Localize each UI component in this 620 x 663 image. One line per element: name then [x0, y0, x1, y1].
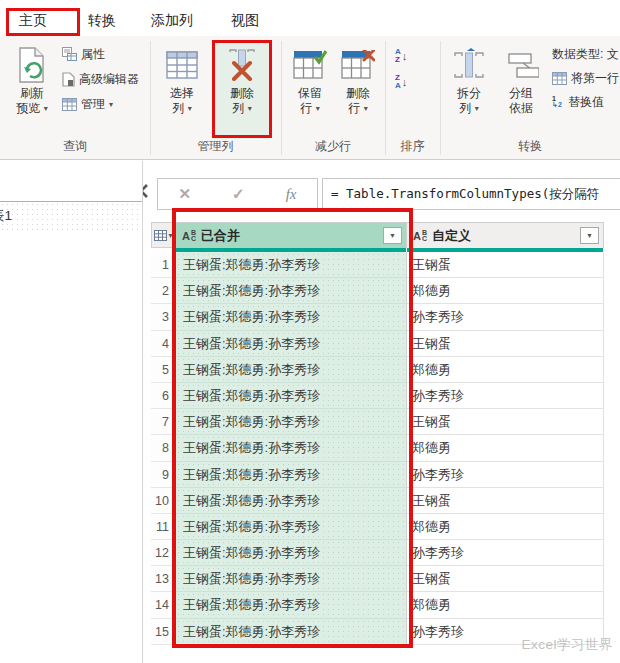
- row-number[interactable]: 13: [151, 566, 176, 592]
- split-column-line2: 列: [459, 101, 471, 115]
- row-number[interactable]: 9: [151, 462, 176, 488]
- properties-button[interactable]: 属性: [62, 44, 105, 64]
- table-row: 13王钢蛋:郑德勇:孙李秀珍王钢蛋: [151, 566, 604, 592]
- sort-ascending-button[interactable]: A Z ↓: [395, 46, 407, 66]
- remove-columns-line2: 列: [232, 101, 244, 115]
- cell-custom[interactable]: 郑德勇: [407, 514, 604, 540]
- split-column-button[interactable]: 拆分 列 ▾: [446, 41, 492, 139]
- remove-columns-button[interactable]: 删除 列 ▾: [214, 41, 270, 139]
- row-number[interactable]: 3: [151, 304, 176, 330]
- cell-custom[interactable]: 孙李秀珍: [407, 383, 604, 409]
- keep-rows-button[interactable]: 保留 行 ▾: [288, 41, 332, 139]
- cell-merged[interactable]: 王钢蛋:郑德勇:孙李秀珍: [176, 592, 407, 618]
- cell-merged[interactable]: 王钢蛋:郑德勇:孙李秀珍: [176, 331, 407, 357]
- commit-formula-button[interactable]: ✓: [232, 185, 245, 203]
- filter-dropdown-button[interactable]: ▼: [580, 227, 599, 244]
- use-first-row-label: 将第一行: [571, 70, 619, 87]
- cell-merged[interactable]: 王钢蛋:郑德勇:孙李秀珍: [176, 488, 407, 514]
- row-number[interactable]: 12: [151, 540, 176, 566]
- cell-merged[interactable]: 王钢蛋:郑德勇:孙李秀珍: [176, 540, 407, 566]
- cell-custom[interactable]: 王钢蛋: [407, 252, 604, 278]
- advanced-editor-button[interactable]: 高级编辑器: [62, 69, 139, 89]
- table-row: 14王钢蛋:郑德勇:孙李秀珍郑德勇: [151, 592, 604, 618]
- tab-view[interactable]: 视图: [231, 12, 259, 30]
- cell-custom[interactable]: 王钢蛋: [407, 409, 604, 435]
- table-row: 10王钢蛋:郑德勇:孙李秀珍王钢蛋: [151, 488, 604, 514]
- select-all-corner-button[interactable]: ▾: [151, 222, 176, 248]
- cancel-formula-button[interactable]: ✕: [179, 185, 192, 203]
- table-row: 7王钢蛋:郑德勇:孙李秀珍王钢蛋: [151, 409, 604, 435]
- ribbon-tab-bar: 主页 转换 添加列 视图: [0, 0, 620, 36]
- chevron-down-icon: ▾: [316, 104, 320, 113]
- cell-custom[interactable]: 郑德勇: [407, 357, 604, 383]
- query-list-item-selected[interactable]: 表1: [0, 201, 143, 230]
- cell-merged[interactable]: 王钢蛋:郑德勇:孙李秀珍: [176, 514, 407, 540]
- choose-columns-line1: 选择: [170, 86, 194, 100]
- split-column-icon: [453, 44, 485, 86]
- replace-values-label: 替换值: [568, 94, 604, 111]
- row-number[interactable]: 2: [151, 278, 176, 304]
- cell-custom[interactable]: 郑德勇: [407, 435, 604, 461]
- row-number[interactable]: 14: [151, 592, 176, 618]
- cell-custom[interactable]: 孙李秀珍: [407, 304, 604, 330]
- grid-header-row: ▾ A BC 已合并 ▼ A BC 自定义 ▼: [151, 222, 604, 248]
- power-query-editor-window: 主页 转换 添加列 视图 刷新 预览 ▾: [0, 0, 620, 663]
- cell-merged[interactable]: 王钢蛋:郑德勇:孙李秀珍: [176, 383, 407, 409]
- sort-descending-button[interactable]: Z A ↓: [395, 72, 407, 92]
- group-label-transform: 转换: [440, 138, 620, 155]
- data-type-button[interactable]: 数据类型: 文: [552, 44, 619, 64]
- row-number[interactable]: 1: [151, 252, 176, 278]
- row-number[interactable]: 11: [151, 514, 176, 540]
- cell-custom[interactable]: 王钢蛋: [407, 488, 604, 514]
- filter-dropdown-button[interactable]: ▼: [383, 227, 402, 244]
- refresh-preview-button[interactable]: 刷新 预览 ▾: [8, 41, 56, 139]
- ribbon: 刷新 预览 ▾ 属性 高级编辑器: [0, 36, 620, 160]
- cell-custom[interactable]: 郑德勇: [407, 278, 604, 304]
- cell-custom[interactable]: 王钢蛋: [407, 566, 604, 592]
- column-header-merged[interactable]: A BC 已合并 ▼: [176, 222, 407, 248]
- queries-pane: 表1: [0, 161, 143, 663]
- cell-merged[interactable]: 王钢蛋:郑德勇:孙李秀珍: [176, 435, 407, 461]
- cell-merged[interactable]: 王钢蛋:郑德勇:孙李秀珍: [176, 619, 407, 645]
- cell-merged[interactable]: 王钢蛋:郑德勇:孙李秀珍: [176, 566, 407, 592]
- replace-values-button[interactable]: 1 ↳2 替换值: [552, 92, 604, 112]
- group-by-button[interactable]: 分组 依据: [496, 41, 546, 139]
- remove-rows-button[interactable]: 删除 行 ▾: [336, 41, 380, 139]
- row-number[interactable]: 15: [151, 619, 176, 645]
- row-number[interactable]: 8: [151, 435, 176, 461]
- manage-button[interactable]: 管理 ▾: [62, 94, 113, 114]
- row-number[interactable]: 5: [151, 357, 176, 383]
- cell-custom[interactable]: 郑德勇: [407, 592, 604, 618]
- tab-home[interactable]: 主页: [19, 12, 47, 30]
- cell-merged[interactable]: 王钢蛋:郑德勇:孙李秀珍: [176, 357, 407, 383]
- tab-transform[interactable]: 转换: [88, 12, 116, 30]
- fx-add-step-button[interactable]: fx: [286, 186, 297, 203]
- table-row: 11王钢蛋:郑德勇:孙李秀珍郑德勇: [151, 514, 604, 540]
- cell-custom[interactable]: 孙李秀珍: [407, 540, 604, 566]
- keep-rows-line1: 保留: [298, 86, 322, 100]
- row-number[interactable]: 4: [151, 331, 176, 357]
- row-number[interactable]: 10: [151, 488, 176, 514]
- use-first-row-button[interactable]: 将第一行: [552, 68, 619, 88]
- cell-custom[interactable]: 孙李秀珍: [407, 462, 604, 488]
- row-number[interactable]: 6: [151, 383, 176, 409]
- chevron-down-icon: ▾: [475, 104, 479, 113]
- remove-columns-line1: 删除: [230, 86, 254, 100]
- cell-merged[interactable]: 王钢蛋:郑德勇:孙李秀珍: [176, 278, 407, 304]
- cell-merged[interactable]: 王钢蛋:郑德勇:孙李秀珍: [176, 462, 407, 488]
- cell-custom[interactable]: 王钢蛋: [407, 331, 604, 357]
- cell-merged[interactable]: 王钢蛋:郑德勇:孙李秀珍: [176, 409, 407, 435]
- chevron-down-icon: ▾: [44, 104, 48, 113]
- formula-input[interactable]: = Table.TransformColumnTypes(按分隔符: [322, 178, 620, 210]
- choose-columns-button[interactable]: 选择 列 ▾: [158, 41, 206, 139]
- group-by-icon: [503, 44, 539, 86]
- row-number[interactable]: 7: [151, 409, 176, 435]
- cell-merged[interactable]: 王钢蛋:郑德勇:孙李秀珍: [176, 252, 407, 278]
- group-label-manage-columns: 管理列: [150, 138, 281, 155]
- cell-merged[interactable]: 王钢蛋:郑德勇:孙李秀珍: [176, 304, 407, 330]
- refresh-label-line2: 预览: [16, 101, 40, 115]
- column-header-custom[interactable]: A BC 自定义 ▼: [407, 222, 604, 248]
- replace-values-icon: 1 ↳2: [552, 96, 564, 108]
- column-name: 自定义: [432, 227, 580, 245]
- tab-add-column[interactable]: 添加列: [151, 12, 193, 30]
